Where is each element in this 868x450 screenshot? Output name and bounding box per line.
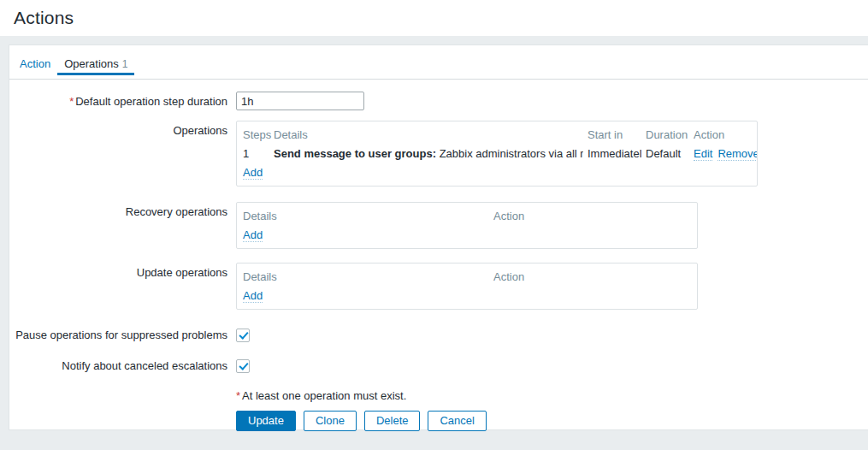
pause-suppressed-label: Pause operations for suppressed problems: [9, 328, 236, 342]
tab-action[interactable]: Action: [13, 53, 57, 75]
page-title: Actions: [14, 8, 74, 28]
add-row: Add: [237, 225, 697, 244]
tab-bar: Action Operations1: [9, 45, 868, 80]
col-header-duration: Duration: [641, 125, 689, 144]
form-row-operations: Operations Steps Details Start in Durati…: [9, 121, 868, 187]
form-row-pause-suppressed: Pause operations for suppressed problems: [9, 328, 868, 342]
operations-label: Operations: [9, 121, 236, 138]
operation-start-in: Immediately: [583, 144, 641, 163]
update-operations-label: Update operations: [9, 263, 236, 280]
operation-actions: EditRemove: [689, 144, 757, 163]
col-header-details: Details: [237, 206, 489, 225]
col-header-details: Details: [237, 267, 489, 286]
operations-header-row: Steps Details Start in Duration Action: [237, 125, 757, 144]
delete-button[interactable]: Delete: [364, 411, 421, 431]
operation-details-type: Send message to user groups:: [274, 147, 436, 160]
duration-label-text: Default operation step duration: [75, 95, 227, 108]
footnote: *At least one operation must exist.: [236, 387, 868, 402]
operation-details: Send message to user groups: Zabbix admi…: [269, 144, 583, 163]
form-row-update-operations: Update operations Details Action Add: [9, 263, 868, 310]
tab-operations[interactable]: Operations1: [57, 53, 134, 75]
notify-canceled-label: Notify about canceled escalations: [9, 358, 236, 373]
duration-label: *Default operation step duration: [9, 92, 236, 109]
tab-operations-count: 1: [122, 58, 128, 70]
page-header: Actions: [0, 0, 868, 36]
edit-link[interactable]: Edit: [694, 147, 712, 161]
operation-details-target: Zabbix administrators via all media: [440, 147, 583, 160]
recovery-operations-label: Recovery operations: [9, 202, 236, 219]
update-header-row: Details Action: [237, 267, 697, 286]
col-header-action: Action: [489, 206, 697, 225]
col-header-action: Action: [689, 125, 757, 144]
recovery-header-row: Details Action: [237, 206, 697, 225]
operation-duration: Default: [641, 144, 689, 163]
operation-step: 1: [237, 144, 269, 163]
main-panel: Action Operations1 *Default operation st…: [9, 44, 868, 430]
operations-add-link[interactable]: Add: [243, 166, 263, 180]
duration-input[interactable]: [236, 92, 364, 110]
recovery-operations-table-box: Details Action Add: [236, 202, 698, 249]
form-row-recovery-operations: Recovery operations Details Action Add: [9, 202, 868, 249]
col-header-action: Action: [489, 267, 697, 286]
required-asterisk: *: [69, 95, 74, 108]
clone-button[interactable]: Clone: [304, 411, 357, 431]
operation-row: 1 Send message to user groups: Zabbix ad…: [237, 144, 757, 163]
col-header-start-in: Start in: [583, 125, 641, 144]
add-row: Add: [237, 286, 697, 305]
notify-canceled-checkbox[interactable]: [236, 359, 250, 373]
update-button[interactable]: Update: [236, 411, 296, 431]
form-row-buttons: Update Clone Delete Cancel: [9, 411, 868, 431]
tab-operations-label: Operations: [64, 57, 119, 70]
operations-table-box: Steps Details Start in Duration Action 1…: [236, 121, 758, 187]
cancel-button[interactable]: Cancel: [428, 411, 486, 431]
col-header-steps: Steps: [237, 125, 269, 144]
add-row: Add: [237, 163, 757, 181]
update-add-link[interactable]: Add: [243, 289, 263, 303]
form-row-duration: *Default operation step duration: [9, 92, 868, 110]
remove-link[interactable]: Remove: [717, 147, 757, 161]
footnote-text: At least one operation must exist.: [242, 389, 406, 402]
form-row-footnote: *At least one operation must exist.: [9, 387, 868, 402]
form-row-notify-canceled: Notify about canceled escalations: [9, 358, 868, 373]
update-operations-table-box: Details Action Add: [236, 263, 698, 310]
pause-suppressed-checkbox[interactable]: [236, 329, 250, 342]
operations-form: *Default operation step duration Operati…: [9, 80, 868, 431]
required-asterisk: *: [236, 389, 240, 402]
col-header-details: Details: [269, 125, 583, 144]
recovery-add-link[interactable]: Add: [243, 228, 263, 242]
